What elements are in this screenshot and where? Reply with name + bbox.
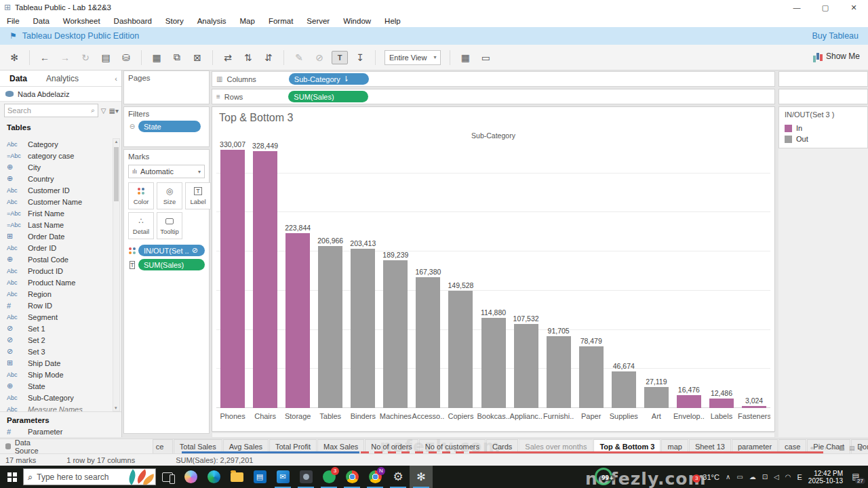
field-segment[interactable]: AbcSegment bbox=[0, 311, 111, 323]
bar-applianc[interactable] bbox=[514, 324, 538, 408]
bar-phones[interactable] bbox=[220, 150, 245, 408]
sort-descending-button[interactable]: ⇵ bbox=[260, 49, 277, 66]
bar-art[interactable] bbox=[644, 387, 669, 408]
show-me-button[interactable]: Show Me bbox=[816, 52, 860, 61]
buy-tableau-link[interactable]: Buy Tableau bbox=[812, 31, 859, 41]
restore-button[interactable]: ▢ bbox=[811, 0, 840, 15]
marks-button-tooltip[interactable]: Tooltip bbox=[157, 212, 182, 239]
field-set-3[interactable]: ⊘Set 3 bbox=[0, 346, 111, 357]
rows-shelf[interactable]: ≡ Rows SUM(Sales) bbox=[212, 89, 775, 104]
field-order-date[interactable]: ⊞Order Date bbox=[0, 230, 111, 242]
fit-selector[interactable]: Entire View▾ bbox=[384, 50, 441, 65]
field-city[interactable]: ⊕City bbox=[0, 161, 111, 173]
field-frist-name[interactable]: =AbcFrist Name bbox=[0, 207, 111, 219]
highlight-button[interactable]: ✎ bbox=[291, 49, 307, 66]
store-icon[interactable]: ▤ bbox=[248, 466, 271, 488]
legend-item-out[interactable]: Out bbox=[785, 134, 862, 144]
clear-sheet-button[interactable]: ⊠ bbox=[189, 49, 205, 66]
tab-data-source[interactable]: Data Source bbox=[0, 439, 50, 453]
marks-pill-in-out-set[interactable]: IN/OUT(Set .. ⊘ bbox=[138, 245, 205, 256]
bar-paper[interactable] bbox=[579, 346, 604, 408]
menu-item-map[interactable]: Map bbox=[233, 17, 262, 25]
bar-fasteners[interactable] bbox=[742, 406, 766, 408]
undo-button[interactable]: ← bbox=[37, 49, 53, 66]
wifi-icon[interactable]: ◠ bbox=[785, 473, 791, 481]
duplicate-button[interactable]: ⧉ bbox=[169, 49, 185, 66]
field-ship-date[interactable]: ⊞Ship Date bbox=[0, 357, 111, 369]
menu-item-story[interactable]: Story bbox=[159, 17, 191, 25]
marks-button-detail[interactable]: ∴Detail bbox=[128, 212, 154, 239]
field-region[interactable]: AbcRegion bbox=[0, 288, 111, 300]
start-button[interactable] bbox=[0, 466, 23, 488]
pages-card[interactable]: Pages bbox=[123, 70, 210, 104]
save-button[interactable]: ▤ bbox=[98, 49, 114, 66]
bar-tables[interactable] bbox=[318, 246, 342, 408]
display-icon[interactable]: ⊡ bbox=[762, 473, 768, 481]
menu-item-server[interactable]: Server bbox=[300, 17, 336, 25]
bar-supplies[interactable] bbox=[612, 371, 636, 408]
replay-button[interactable]: ↻ bbox=[77, 49, 94, 66]
filter-fields-icon[interactable]: ▽ bbox=[101, 107, 106, 115]
language-indicator[interactable]: E bbox=[797, 473, 802, 481]
taskbar-search-input[interactable]: ⌕ Type here to search bbox=[23, 468, 156, 485]
swap-rows-columns-button[interactable]: ⇄ bbox=[220, 49, 236, 66]
menu-item-data[interactable]: Data bbox=[26, 17, 56, 25]
show-hidden-icons[interactable]: ∧ bbox=[726, 473, 730, 481]
field-sub-category[interactable]: AbcSub-Category bbox=[0, 392, 111, 403]
onedrive-icon[interactable]: ☁ bbox=[749, 473, 756, 481]
field-category[interactable]: AbcCategory bbox=[0, 138, 111, 150]
bar-chairs[interactable] bbox=[253, 151, 277, 408]
notification-center[interactable]: ▤27 bbox=[849, 472, 863, 483]
field-ship-mode[interactable]: AbcShip Mode bbox=[0, 369, 111, 380]
bar-machines[interactable] bbox=[383, 260, 408, 408]
bar-accesso[interactable] bbox=[416, 277, 440, 408]
field-category-case[interactable]: =Abccategory case bbox=[0, 150, 111, 161]
phone-app-icon[interactable]: 3 bbox=[317, 466, 340, 488]
sort-ascending-button[interactable]: ⇅ bbox=[240, 49, 256, 66]
close-button[interactable]: ✕ bbox=[840, 0, 868, 15]
bar-labels[interactable] bbox=[709, 399, 734, 408]
field-customer-id[interactable]: AbcCustomer ID bbox=[0, 184, 111, 196]
tab-data[interactable]: Data bbox=[0, 70, 37, 86]
battery-icon[interactable]: ▭ bbox=[736, 473, 743, 481]
bar-envelop[interactable] bbox=[677, 395, 701, 408]
color-legend-card[interactable]: IN/OUT(Set 3 ) InOut bbox=[778, 106, 868, 148]
marks-pill-sum-sales[interactable]: SUM(Sales) bbox=[138, 259, 205, 270]
field-last-name[interactable]: =AbcLast Name bbox=[0, 219, 111, 230]
new-data-source-button[interactable]: ⛁ bbox=[118, 49, 134, 66]
shelf-pill-sum-sales[interactable]: SUM(Sales) bbox=[288, 91, 368, 102]
mail-icon[interactable]: ✉ bbox=[271, 466, 294, 488]
menu-item-analysis[interactable]: Analysis bbox=[191, 17, 233, 25]
show-mark-labels-button[interactable]: T bbox=[332, 51, 348, 64]
field-customer-name[interactable]: AbcCustomer Name bbox=[0, 196, 111, 207]
menu-item-window[interactable]: Window bbox=[336, 17, 378, 25]
menu-item-file[interactable]: File bbox=[0, 17, 26, 25]
field-row-id[interactable]: #Row ID bbox=[0, 300, 111, 311]
settings-icon[interactable]: ⚙ bbox=[387, 466, 410, 488]
field-set-1[interactable]: ⊘Set 1 bbox=[0, 323, 111, 334]
filters-card[interactable]: Filters ⊖State bbox=[123, 106, 210, 147]
tab-ce[interactable]: ce bbox=[153, 439, 173, 453]
marks-button-label[interactable]: TLabel bbox=[185, 182, 211, 209]
data-source-connection[interactable]: Nada Abdelaziz bbox=[0, 87, 121, 102]
search-input[interactable]: Search ⌕ bbox=[4, 104, 98, 117]
bar-bookcas[interactable] bbox=[481, 318, 506, 408]
bar-copiers[interactable] bbox=[448, 291, 473, 408]
menu-item-format[interactable]: Format bbox=[262, 17, 300, 25]
field-parameter[interactable]: #Parameter bbox=[0, 426, 121, 437]
shelf-pill-sub-category[interactable]: Sub-Category ⇂ bbox=[289, 73, 369, 85]
field-measure-names[interactable]: AbcMeasure Names bbox=[0, 403, 111, 411]
collapse-pane-icon[interactable]: ‹ bbox=[115, 75, 121, 83]
bar-furnishi[interactable] bbox=[547, 336, 571, 408]
fields-scrollbar[interactable]: ▴▾ bbox=[113, 138, 120, 411]
fix-axes-button[interactable]: ↧ bbox=[352, 49, 368, 66]
bar-storage[interactable] bbox=[285, 233, 310, 408]
marks-card[interactable]: Marks ılı Automatic ▾ Color◎SizeTLabel∴D… bbox=[123, 149, 210, 434]
columns-shelf[interactable]: ▥ Columns Sub-Category ⇂ bbox=[212, 71, 775, 87]
edge-icon[interactable] bbox=[202, 466, 225, 488]
tab-navigation-controls[interactable]: « ‹ › » ▦ ▤ ▮ bbox=[810, 445, 864, 451]
tableau-icon[interactable]: ✻ bbox=[410, 466, 433, 488]
bar-binders[interactable] bbox=[351, 249, 375, 408]
copilot-icon[interactable] bbox=[179, 466, 202, 488]
horizontal-scrollbar[interactable] bbox=[212, 432, 775, 438]
